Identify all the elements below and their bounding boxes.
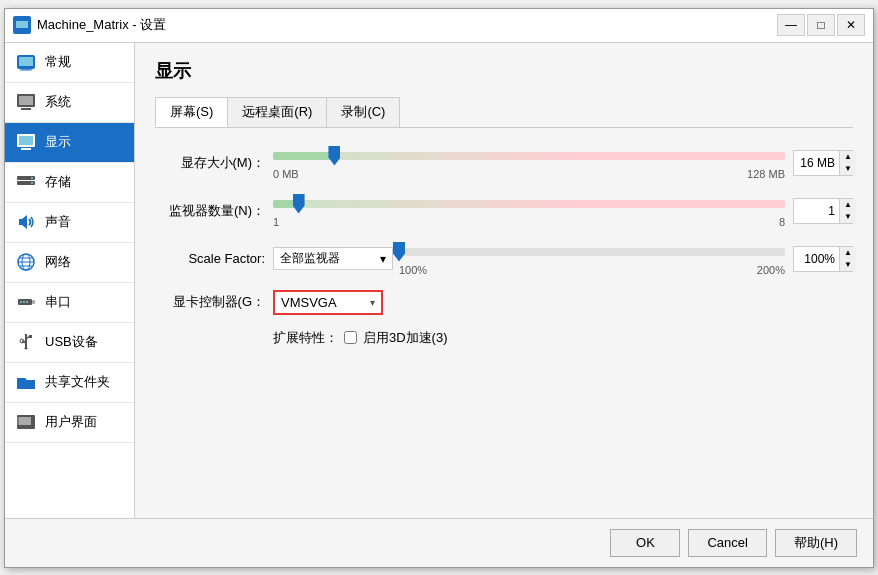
vram-decrement-button[interactable]: ▼ (840, 163, 856, 175)
scale-slider-container: 100% 200% (399, 242, 785, 276)
sidebar-item-storage[interactable]: 存储 (5, 163, 134, 203)
sidebar-item-network[interactable]: 网络 (5, 243, 134, 283)
extended-label: 扩展特性： (273, 329, 338, 347)
title-bar: Machine_Matrix - 设置 — □ ✕ (5, 9, 873, 43)
vram-min-label: 0 MB (273, 168, 299, 180)
scale-decrement-button[interactable]: ▼ (840, 259, 856, 271)
ui-icon (15, 411, 37, 433)
extended-row: 扩展特性： 启用3D加速(3) (273, 329, 853, 347)
svg-rect-10 (21, 108, 31, 110)
vram-spinbox-value[interactable] (794, 151, 839, 175)
svg-point-28 (26, 301, 28, 303)
svg-point-16 (31, 177, 33, 179)
svg-point-26 (20, 301, 22, 303)
help-button[interactable]: 帮助(H) (775, 529, 857, 557)
minimize-button[interactable]: — (777, 14, 805, 36)
monitors-spinbox-value[interactable] (794, 199, 839, 223)
scale-spinbox[interactable]: ▲ ▼ (793, 246, 853, 272)
sidebar-item-usb[interactable]: USB设备 (5, 323, 134, 363)
sidebar-item-system[interactable]: 系统 (5, 83, 134, 123)
tab-bar: 屏幕(S) 远程桌面(R) 录制(C) (155, 97, 853, 128)
close-button[interactable]: ✕ (837, 14, 865, 36)
window-controls: — □ ✕ (777, 14, 865, 36)
scale-dropdown[interactable]: 全部监视器 ▾ (273, 247, 393, 270)
sidebar-label-display: 显示 (45, 133, 71, 151)
svg-rect-25 (32, 300, 35, 304)
gpu-dropdown[interactable]: VMSVGA ▾ (273, 290, 383, 315)
system-icon (15, 91, 37, 113)
app-icon (13, 16, 31, 34)
scale-increment-button[interactable]: ▲ (840, 247, 856, 259)
panel-title: 显示 (155, 59, 853, 83)
sidebar-label-usb: USB设备 (45, 333, 98, 351)
sidebar: 常规 系统 (5, 43, 135, 518)
scale-dropdown-arrow: ▾ (380, 252, 386, 266)
sidebar-item-audio[interactable]: 声音 (5, 203, 134, 243)
monitors-spinbox[interactable]: ▲ ▼ (793, 198, 853, 224)
scale-max-label: 200% (757, 264, 785, 276)
sidebar-item-display[interactable]: 显示 (5, 123, 134, 163)
gpu-dropdown-arrow: ▾ (370, 297, 375, 308)
window-title: Machine_Matrix - 设置 (37, 16, 777, 34)
sidebar-label-system: 系统 (45, 93, 71, 111)
storage-icon (15, 171, 37, 193)
cancel-button[interactable]: Cancel (688, 529, 766, 557)
sidebar-label-general: 常规 (45, 53, 71, 71)
scale-slider-bg (399, 248, 785, 256)
svg-rect-13 (21, 148, 31, 150)
content-area: 常规 系统 (5, 43, 873, 518)
vram-slider-bg (273, 152, 785, 160)
monitors-slider-bg (273, 200, 785, 208)
tab-record[interactable]: 录制(C) (326, 97, 400, 127)
vram-slider-container: 0 MB 128 MB (273, 146, 785, 180)
audio-icon (15, 211, 37, 233)
scale-dropdown-value: 全部监视器 (280, 250, 340, 267)
vram-slider-thumb[interactable] (328, 146, 340, 166)
sidebar-label-ui: 用户界面 (45, 413, 97, 431)
vram-max-label: 128 MB (747, 168, 785, 180)
svg-rect-3 (17, 32, 27, 33)
tab-screen[interactable]: 屏幕(S) (155, 97, 228, 127)
sidebar-item-general[interactable]: 常规 (5, 43, 134, 83)
vram-spinbox[interactable]: ▲ ▼ (793, 150, 853, 176)
scale-slider-track[interactable] (399, 242, 785, 262)
scale-slider-labels: 100% 200% (399, 264, 785, 276)
sidebar-label-serial: 串口 (45, 293, 71, 311)
vram-increment-button[interactable]: ▲ (840, 151, 856, 163)
monitors-max-label: 8 (779, 216, 785, 228)
gpu-row: 显卡控制器(G： VMSVGA ▾ (155, 290, 853, 315)
sidebar-item-serial[interactable]: 串口 (5, 283, 134, 323)
general-icon (15, 51, 37, 73)
vram-slider-fill (273, 152, 334, 160)
monitors-slider-track[interactable] (273, 194, 785, 214)
scale-label: Scale Factor: (155, 251, 265, 266)
footer: OK Cancel 帮助(H) (5, 518, 873, 567)
svg-point-17 (31, 182, 33, 184)
sidebar-item-ui[interactable]: 用户界面 (5, 403, 134, 443)
ok-button[interactable]: OK (610, 529, 680, 557)
main-panel: 显示 屏幕(S) 远程桌面(R) 录制(C) 显存大小(M)： (135, 43, 873, 518)
settings-window: Machine_Matrix - 设置 — □ ✕ 常规 (4, 8, 874, 568)
scale-slider-thumb[interactable] (393, 242, 405, 262)
vram-row: 显存大小(M)： 0 MB 128 MB (155, 146, 853, 180)
3d-acceleration-label: 启用3D加速(3) (363, 329, 448, 347)
maximize-button[interactable]: □ (807, 14, 835, 36)
monitors-increment-button[interactable]: ▲ (840, 199, 856, 211)
monitors-slider-labels: 1 8 (273, 216, 785, 228)
scale-spinbox-value[interactable] (794, 247, 839, 271)
usb-icon (15, 331, 37, 353)
svg-rect-36 (17, 417, 19, 425)
vram-slider-track[interactable] (273, 146, 785, 166)
serial-icon (15, 291, 37, 313)
monitors-row: 监视器数量(N)： 1 8 ▲ (155, 194, 853, 228)
svg-marker-18 (19, 215, 27, 229)
svg-rect-12 (19, 136, 33, 145)
monitors-decrement-button[interactable]: ▼ (840, 211, 856, 223)
3d-acceleration-checkbox[interactable] (344, 331, 357, 344)
tab-remote[interactable]: 远程桌面(R) (227, 97, 327, 127)
sidebar-label-network: 网络 (45, 253, 71, 271)
scale-row: Scale Factor: 全部监视器 ▾ (155, 242, 853, 276)
sidebar-item-shared[interactable]: 共享文件夹 (5, 363, 134, 403)
monitors-slider-thumb[interactable] (293, 194, 305, 214)
monitors-spinbox-arrows: ▲ ▼ (839, 199, 856, 223)
